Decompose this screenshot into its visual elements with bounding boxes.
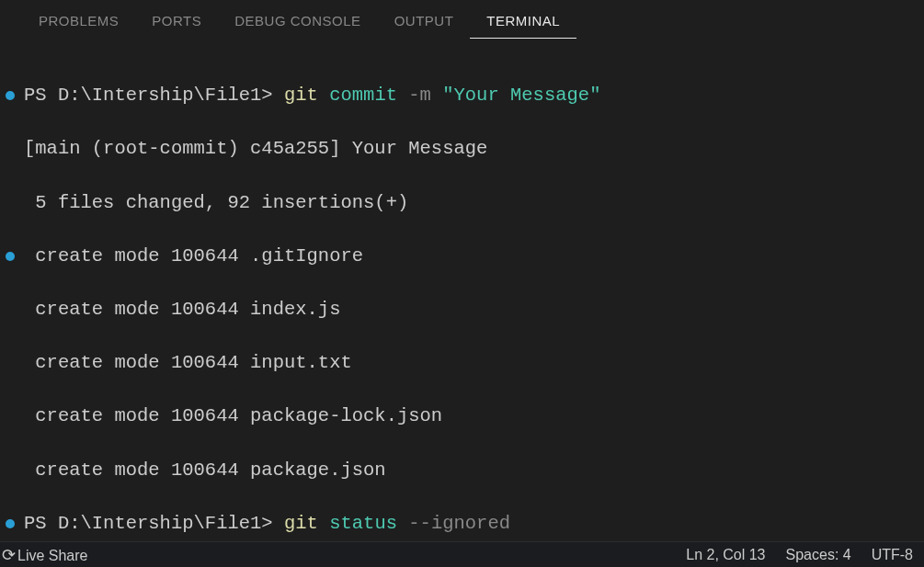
tab-terminal[interactable]: TERMINAL	[470, 13, 576, 39]
prompt: PS D:\Intership\File1>	[24, 85, 284, 106]
prompt: PS D:\Intership\File1>	[24, 513, 284, 534]
tab-problems[interactable]: PROBLEMS	[22, 13, 135, 39]
line-col-indicator[interactable]: Ln 2, Col 13	[686, 547, 765, 563]
output-line: create mode 100644 .gitIgnore	[24, 245, 363, 266]
live-share-label: Live Share	[17, 548, 88, 563]
spaces-indicator[interactable]: Spaces: 4	[786, 547, 851, 563]
live-share-icon: ⟳	[2, 546, 16, 564]
tab-ports[interactable]: PORTS	[135, 13, 218, 39]
cmd-string: "Your Message"	[442, 85, 600, 106]
live-share-button[interactable]: ⟳Live Share	[2, 545, 88, 565]
output-line: create mode 100644 index.js	[24, 296, 922, 323]
gutter-dot-icon	[6, 252, 15, 261]
output-line: create mode 100644 package-lock.json	[24, 403, 922, 429]
output-line: [main (root-commit) c45a255] Your Messag…	[24, 135, 922, 162]
terminal-output[interactable]: PS D:\Intership\File1> git commit -m "Yo…	[0, 39, 924, 541]
output-line: create mode 100644 package.json	[24, 457, 922, 483]
cmd-git: git	[284, 513, 329, 534]
tab-output[interactable]: OUTPUT	[378, 13, 471, 39]
cmd-flag: --ignored	[408, 513, 510, 534]
encoding-indicator[interactable]: UTF-8	[872, 547, 913, 563]
cmd-arg: commit	[329, 85, 408, 106]
panel-tabs: PROBLEMS PORTS DEBUG CONSOLE OUTPUT TERM…	[0, 0, 924, 39]
gutter-dot-icon	[6, 91, 15, 100]
cmd-arg: status	[329, 513, 408, 534]
output-line: 5 files changed, 92 insertions(+)	[24, 189, 922, 216]
output-line: create mode 100644 input.txt	[24, 349, 922, 376]
cmd-git: git	[284, 85, 329, 106]
status-bar: ⟳Live Share Ln 2, Col 13 Spaces: 4 UTF-8	[0, 541, 924, 567]
tab-debug-console[interactable]: DEBUG CONSOLE	[218, 13, 377, 39]
cmd-flag: -m	[408, 85, 442, 106]
gutter-dot-icon	[6, 519, 15, 528]
